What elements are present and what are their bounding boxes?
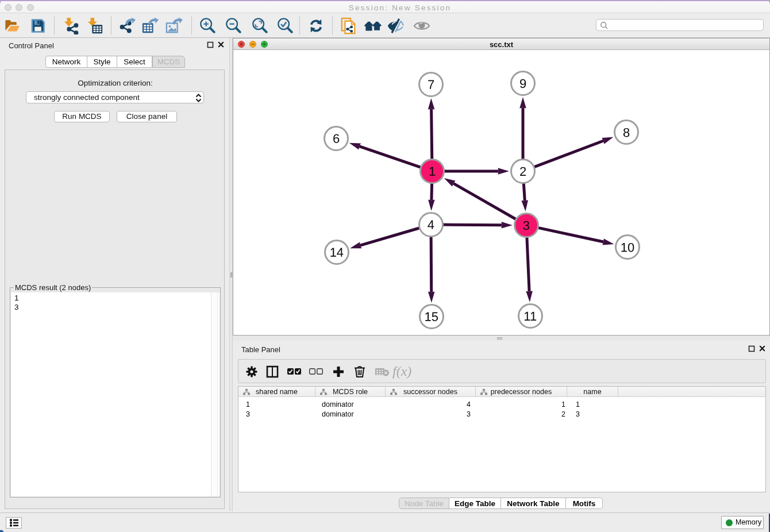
svg-text:9: 9 (519, 76, 526, 91)
svg-text:7: 7 (428, 78, 434, 92)
svg-text:10: 10 (621, 240, 635, 255)
svg-text:11: 11 (523, 309, 537, 323)
svg-text:3: 3 (523, 218, 530, 233)
svg-text:1: 1 (429, 164, 436, 179)
svg-text:14: 14 (330, 245, 344, 260)
svg-text:6: 6 (333, 132, 340, 146)
svg-text:4: 4 (428, 218, 434, 232)
svg-text:2: 2 (519, 164, 526, 179)
svg-text:8: 8 (623, 125, 630, 140)
svg-text:15: 15 (425, 310, 439, 324)
